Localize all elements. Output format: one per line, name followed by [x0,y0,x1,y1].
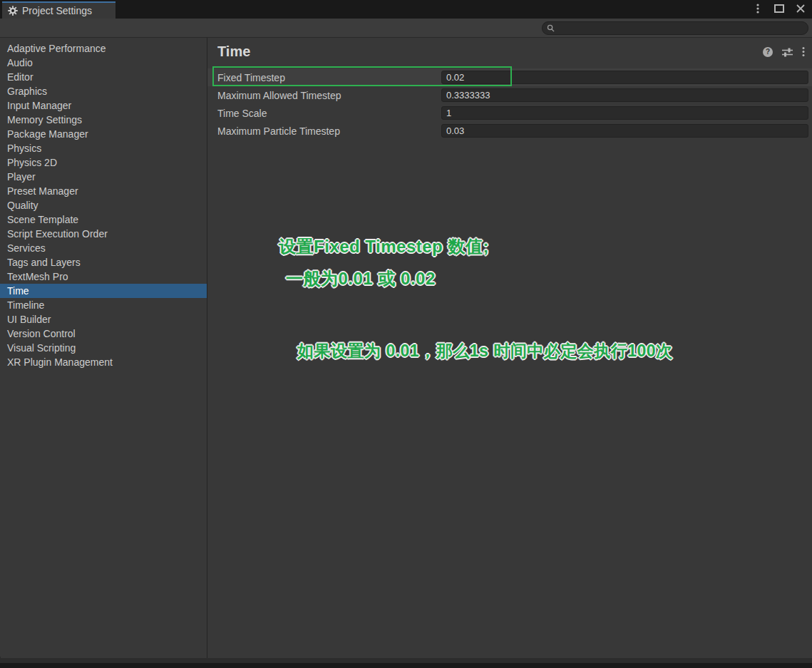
sidebar-item-audio[interactable]: Audio [0,56,207,70]
sidebar-item-memory-settings[interactable]: Memory Settings [0,113,207,127]
sidebar-item-editor[interactable]: Editor [0,70,207,84]
sidebar-item-visual-scripting[interactable]: Visual Scripting [0,341,207,355]
field-label: Fixed Timestep [207,72,441,83]
panel-menu-icon[interactable] [802,46,805,57]
annotation-text-3: 如果设置为 0.01，那么1s 时间中必定会执行100次 [297,340,673,362]
field-label: Maximum Allowed Timestep [207,90,441,101]
sidebar-item-package-manager[interactable]: Package Manager [0,127,207,141]
field-input[interactable]: 0.03 [441,124,808,138]
panel-header-icons: ? [763,46,805,57]
sidebar-item-physics[interactable]: Physics [0,141,207,155]
sidebar-item-services[interactable]: Services [0,241,207,255]
sidebar-item-player[interactable]: Player [0,170,207,184]
help-icon[interactable]: ? [763,47,773,57]
sidebar-item-tags-and-layers[interactable]: Tags and Layers [0,255,207,269]
annotation-text-2: 一般为0.01 或 0.02 [286,267,436,290]
sidebar-item-xr-plugin-management[interactable]: XR Plugin Management [0,355,207,369]
settings-row: Maximum Particle Timestep0.03 [207,122,812,140]
time-settings-panel: Time ? Fixed Timestep0.02 [207,38,812,663]
settings-row: Maximum Allowed Timestep0.3333333 [207,86,812,104]
sidebar-item-scene-template[interactable]: Scene Template [0,212,207,227]
field-label: Time Scale [207,108,441,119]
sidebar-item-timeline[interactable]: Timeline [0,298,207,312]
settings-sidebar: Adaptive PerformanceAudioEditorGraphicsI… [0,38,207,663]
sidebar-item-time[interactable]: Time [0,284,207,298]
search-icon [547,24,555,32]
annotation-text-1: 设置Fixed Timestep 数值; [279,235,489,258]
field-label: Maximum Particle Timestep [207,125,441,137]
page-title: Time [217,43,250,60]
field-input[interactable]: 0.3333333 [441,88,808,102]
sidebar-item-textmesh-pro[interactable]: TextMesh Pro [0,269,207,284]
window-bottom-edge [0,658,812,663]
tab-title: Project Settings [22,5,92,16]
project-settings-window: Project Settings [0,0,812,668]
search-input[interactable] [557,24,803,34]
titlebar: Project Settings [0,0,812,19]
search-box[interactable] [542,21,808,35]
settings-row: Time Scale1 [207,104,812,122]
sidebar-item-preset-manager[interactable]: Preset Manager [0,184,207,198]
presets-icon[interactable] [782,47,793,57]
settings-toolbar [0,19,812,38]
field-input[interactable]: 1 [441,106,808,120]
gear-icon [8,6,18,16]
field-input[interactable]: 0.02 [441,71,808,84]
sidebar-item-physics-2d[interactable]: Physics 2D [0,155,207,170]
sidebar-item-script-execution-order[interactable]: Script Execution Order [0,227,207,241]
sidebar-item-ui-builder[interactable]: UI Builder [0,312,207,327]
window-menu-icon[interactable] [752,3,764,14]
sidebar-item-version-control[interactable]: Version Control [0,327,207,341]
close-icon[interactable] [795,3,806,14]
sidebar-item-input-manager[interactable]: Input Manager [0,98,207,113]
sidebar-item-quality[interactable]: Quality [0,198,207,212]
maximize-icon[interactable] [774,3,785,14]
settings-fields: Fixed Timestep0.02Maximum Allowed Timest… [207,68,812,140]
tab-project-settings[interactable]: Project Settings [2,1,115,19]
content-area: Adaptive PerformanceAudioEditorGraphicsI… [0,38,812,663]
settings-row: Fixed Timestep0.02 [207,68,812,86]
sidebar-item-adaptive-performance[interactable]: Adaptive Performance [0,41,207,56]
titlebar-controls [752,3,806,14]
sidebar-item-graphics[interactable]: Graphics [0,84,207,98]
